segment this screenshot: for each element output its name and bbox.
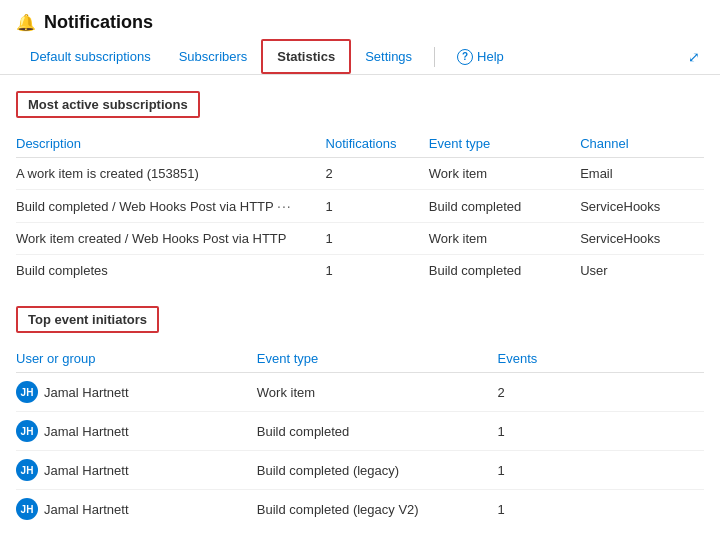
table-row: JHJamal HartnettBuild completed (legacy)…	[16, 451, 704, 490]
page-header: 🔔 Notifications	[0, 0, 720, 39]
user-avatar-container: JHJamal Hartnett	[16, 381, 129, 403]
main-content: Most active subscriptions Description No…	[0, 75, 720, 537]
table-row: Build completes1Build completedUser	[16, 255, 704, 287]
cell-events-count: 2	[498, 373, 704, 412]
user-name: Jamal Hartnett	[44, 385, 129, 400]
table-row: A work item is created (153851)2Work ite…	[16, 158, 704, 190]
cell-description: Build completes	[16, 255, 326, 287]
cell-notifications: 1	[326, 255, 429, 287]
avatar: JH	[16, 498, 38, 520]
cell-events-count: 1	[498, 490, 704, 529]
avatar: JH	[16, 459, 38, 481]
cell-channel: ServiceHooks	[580, 190, 704, 223]
help-circle-icon: ?	[457, 49, 473, 65]
cell-channel: Email	[580, 158, 704, 190]
col-header-description: Description	[16, 130, 326, 158]
tab-subscribers[interactable]: Subscribers	[165, 41, 262, 72]
cell-description: A work item is created (153851)	[16, 158, 326, 190]
col-header-event: Event type	[257, 345, 498, 373]
col-header-channel: Channel	[580, 130, 704, 158]
top-initiators-table: User or group Event type Events JHJamal …	[16, 345, 704, 528]
table-row: JHJamal HartnettBuild completed (legacy …	[16, 490, 704, 529]
cell-event-type: Build completed	[257, 412, 498, 451]
active-subscriptions-table: Description Notifications Event type Cha…	[16, 130, 704, 286]
tab-statistics[interactable]: Statistics	[261, 39, 351, 74]
cell-events-count: 1	[498, 451, 704, 490]
cell-description-text: Build completed / Web Hooks Post via HTT…	[16, 199, 273, 214]
cell-description: Build completed / Web Hooks Post via HTT…	[16, 190, 326, 223]
user-name: Jamal Hartnett	[44, 463, 129, 478]
avatar: JH	[16, 420, 38, 442]
table-row: Build completed / Web Hooks Post via HTT…	[16, 190, 704, 223]
cell-event-type: Build completed (legacy V2)	[257, 490, 498, 529]
user-name: Jamal Hartnett	[44, 502, 129, 517]
user-avatar-container: JHJamal Hartnett	[16, 498, 129, 520]
cell-event-type: Build completed (legacy)	[257, 451, 498, 490]
user-avatar-container: JHJamal Hartnett	[16, 420, 129, 442]
cell-channel: ServiceHooks	[580, 223, 704, 255]
user-avatar-container: JHJamal Hartnett	[16, 459, 129, 481]
table-row: JHJamal HartnettBuild completed1	[16, 412, 704, 451]
cell-user: JHJamal Hartnett	[16, 490, 257, 529]
cell-user: JHJamal Hartnett	[16, 451, 257, 490]
cell-eventtype: Work item	[429, 158, 580, 190]
col-header-user: User or group	[16, 345, 257, 373]
top-initiators-header: Top event initiators	[16, 306, 159, 333]
cell-notifications: 2	[326, 158, 429, 190]
cell-eventtype: Build completed	[429, 190, 580, 223]
help-label: Help	[477, 49, 504, 64]
cell-eventtype: Work item	[429, 223, 580, 255]
tab-help[interactable]: ? Help	[443, 41, 518, 73]
nav-divider	[434, 47, 435, 67]
tab-default-subscriptions[interactable]: Default subscriptions	[16, 41, 165, 72]
cell-description: Work item created / Web Hooks Post via H…	[16, 223, 326, 255]
col-header-events: Events	[498, 345, 704, 373]
cell-events-count: 1	[498, 412, 704, 451]
col-header-eventtype: Event type	[429, 130, 580, 158]
cell-channel: User	[580, 255, 704, 287]
cell-eventtype: Build completed	[429, 255, 580, 287]
cell-event-type: Work item	[257, 373, 498, 412]
user-name: Jamal Hartnett	[44, 424, 129, 439]
notifications-icon: 🔔	[16, 13, 36, 32]
tab-settings[interactable]: Settings	[351, 41, 426, 72]
cell-notifications: 1	[326, 190, 429, 223]
page-title: Notifications	[44, 12, 153, 33]
expand-icon[interactable]: ⤢	[684, 45, 704, 69]
dots-menu[interactable]: ···	[277, 198, 292, 214]
table-row: JHJamal HartnettWork item2	[16, 373, 704, 412]
cell-user: JHJamal Hartnett	[16, 373, 257, 412]
table-row: Work item created / Web Hooks Post via H…	[16, 223, 704, 255]
cell-notifications: 1	[326, 223, 429, 255]
col-header-notifications: Notifications	[326, 130, 429, 158]
avatar: JH	[16, 381, 38, 403]
active-subscriptions-header: Most active subscriptions	[16, 91, 200, 118]
nav-bar: Default subscriptions Subscribers Statis…	[0, 39, 720, 75]
cell-user: JHJamal Hartnett	[16, 412, 257, 451]
